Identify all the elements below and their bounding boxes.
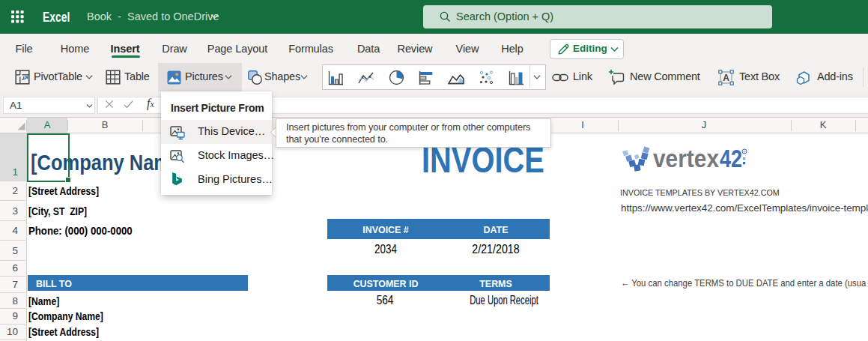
svg-text:R: R bbox=[743, 150, 745, 154]
svg-text:A: A bbox=[723, 73, 729, 83]
svg-text:vertex: vertex bbox=[653, 145, 719, 172]
svg-text:42: 42 bbox=[720, 145, 742, 172]
